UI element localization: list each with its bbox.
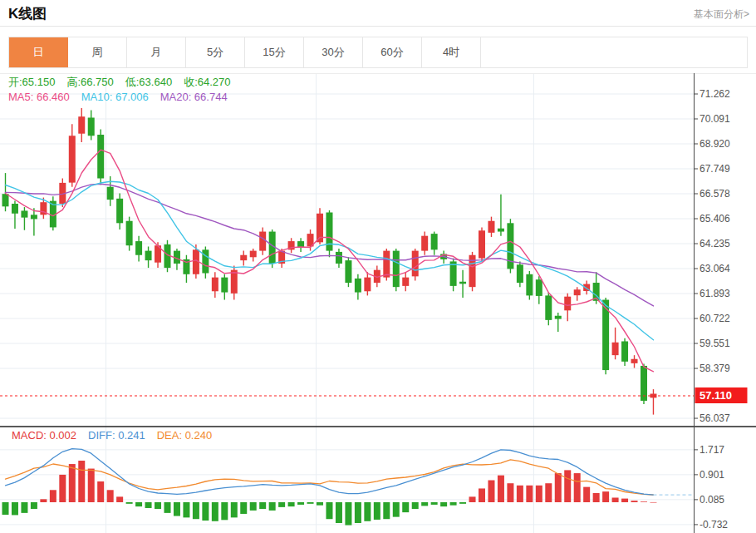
candle-body	[393, 251, 400, 288]
candle-body	[536, 279, 542, 296]
price-axis-label: 68.920	[700, 138, 730, 150]
macd-bar	[126, 502, 133, 504]
current-price-badge-label: 57.110	[700, 389, 732, 402]
ohlc-open-value: 开:65.150	[8, 76, 55, 88]
price-axis-label: 56.037	[700, 412, 730, 424]
macd-bar	[202, 502, 209, 521]
macd-bar	[88, 469, 95, 502]
candle-body	[212, 278, 218, 292]
price-axis-label: 65.406	[700, 213, 730, 225]
macd-bar	[602, 491, 609, 502]
macd-dea-value: DEA: 0.240	[157, 429, 213, 442]
macd-bar	[612, 497, 619, 502]
price-axis-label: 70.091	[700, 113, 730, 125]
candle-body	[431, 234, 438, 249]
macd-bar	[364, 502, 371, 521]
price-axis-label: 64.235	[700, 238, 730, 249]
macd-bar	[59, 475, 66, 502]
macd-bar	[336, 502, 342, 523]
macd-bar	[526, 486, 533, 502]
candle-body	[221, 278, 228, 293]
candle-body	[479, 230, 485, 258]
candle-body	[145, 251, 152, 261]
macd-bar	[345, 502, 351, 526]
candle-body	[517, 264, 523, 283]
candle-body	[88, 117, 95, 136]
candle-body	[250, 251, 257, 258]
macd-bar	[78, 461, 85, 502]
macd-bar	[488, 481, 494, 502]
macd-bar	[421, 502, 428, 506]
macd-bar	[326, 502, 332, 519]
macd-bar	[69, 464, 76, 502]
candle-body	[69, 136, 76, 182]
candle-body	[412, 251, 419, 277]
candle-body	[621, 341, 628, 361]
candle-body	[459, 282, 466, 284]
macd-bar	[107, 490, 114, 502]
macd-bar	[459, 502, 466, 504]
macd-bar	[250, 502, 257, 511]
price-axis-label: 67.749	[700, 163, 730, 175]
candle-body	[21, 210, 27, 217]
macd-bar	[536, 486, 542, 502]
candle-body	[107, 187, 114, 200]
macd-bar	[450, 502, 457, 506]
ma-ma10-value: MA10: 67.006	[81, 91, 149, 103]
macd-bar	[297, 502, 304, 505]
macd-bar	[641, 501, 647, 502]
macd-axis-label: 0.901	[700, 469, 724, 481]
macd-bar	[278, 502, 285, 507]
macd-bar	[2, 502, 9, 515]
macd-bar	[212, 502, 218, 521]
ohlc-low-value: 低:63.640	[125, 76, 172, 88]
macd-bar	[393, 502, 400, 517]
macd-bar	[193, 502, 199, 519]
candle-body	[116, 199, 123, 223]
macd-bar	[259, 502, 266, 509]
ma-ma5-value: MA5: 66.460	[8, 91, 70, 103]
macd-bar	[583, 487, 590, 502]
candle-body	[631, 359, 638, 363]
macd-bar	[21, 502, 27, 513]
macd-bar	[631, 501, 638, 502]
candle-body	[31, 215, 37, 219]
macd-bar	[231, 502, 238, 517]
candle-body	[574, 289, 581, 295]
price-axis-label: 63.064	[700, 263, 730, 274]
macd-bar	[402, 502, 409, 512]
candle-body	[488, 221, 494, 233]
macd-bar	[564, 470, 571, 502]
macd-bar	[317, 502, 323, 506]
macd-bar	[97, 481, 104, 502]
candle-body	[498, 229, 504, 232]
macd-bar	[517, 486, 523, 502]
candle-body	[564, 297, 571, 311]
macd-bar	[116, 496, 123, 502]
candle-body	[345, 260, 351, 283]
macd-bar	[155, 502, 161, 509]
candle-body	[545, 295, 552, 319]
macd-bar	[269, 502, 276, 511]
macd-bar	[383, 502, 390, 519]
candle-body	[135, 241, 142, 255]
macd-axis-label: -0.732	[700, 519, 728, 531]
macd-bar	[50, 490, 56, 502]
macd-bar	[145, 502, 152, 508]
price-axis-label: 61.893	[700, 288, 730, 299]
price-axis-label: 59.551	[700, 338, 730, 349]
macd-axis-label: 1.717	[700, 444, 724, 456]
candle-body	[259, 232, 266, 251]
candle-body	[526, 274, 533, 296]
candle-body	[326, 212, 332, 250]
candle-body	[12, 204, 18, 214]
macd-macd-value: MACD: 0.002	[12, 429, 76, 442]
macd-bar	[135, 502, 142, 506]
macd-bar	[621, 499, 628, 502]
macd-axis-label: 0.085	[700, 494, 724, 506]
candle-body	[240, 255, 247, 260]
macd-bar	[31, 502, 37, 509]
macd-bar	[355, 502, 361, 523]
macd-bar	[12, 502, 18, 515]
price-axis-label: 66.578	[700, 188, 730, 200]
